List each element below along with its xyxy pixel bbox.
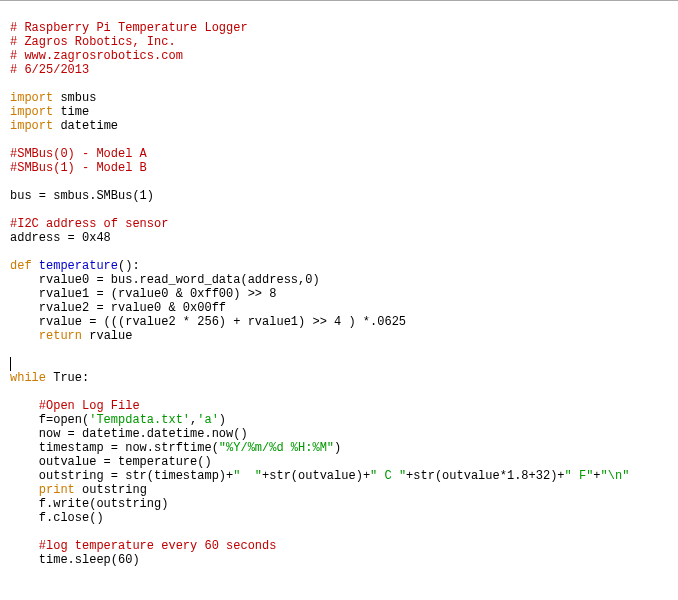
string-literal: "\n" bbox=[601, 469, 630, 483]
comment-line: #SMBus(1) - Model B bbox=[10, 161, 147, 175]
indent bbox=[10, 329, 39, 343]
code-line: rvalue1 = (rvalue0 & 0xff00) >> 8 bbox=[10, 287, 276, 301]
string-literal: " F" bbox=[565, 469, 594, 483]
text-cursor bbox=[10, 357, 11, 371]
cursor-line bbox=[10, 357, 11, 371]
module-name: smbus bbox=[60, 91, 96, 105]
comment-line: #SMBus(0) - Model A bbox=[10, 147, 147, 161]
code-text: ) bbox=[219, 413, 226, 427]
comment-line: # Zagros Robotics, Inc. bbox=[10, 35, 176, 49]
code-line: rvalue = (((rvalue2 * 256) + rvalue1) >>… bbox=[10, 315, 406, 329]
code-line: now = datetime.datetime.now() bbox=[10, 427, 248, 441]
code-editor[interactable]: # Raspberry Pi Temperature Logger # Zagr… bbox=[0, 0, 678, 600]
comment-line: #log temperature every 60 seconds bbox=[10, 539, 276, 553]
code-line: bus = smbus.SMBus(1) bbox=[10, 189, 154, 203]
keyword-def: def bbox=[10, 259, 32, 273]
code-line: time.sleep(60) bbox=[10, 553, 140, 567]
code-text: +str(outvalue)+ bbox=[262, 469, 370, 483]
module-name: datetime bbox=[60, 119, 118, 133]
comment-line: # www.zagrosrobotics.com bbox=[10, 49, 183, 63]
code-line: f.close() bbox=[10, 511, 104, 525]
code-line: outvalue = temperature() bbox=[10, 455, 212, 469]
keyword-return: return bbox=[39, 329, 82, 343]
string-literal: " C " bbox=[370, 469, 406, 483]
code-text: outstring = str(timestamp)+ bbox=[10, 469, 233, 483]
code-text: + bbox=[593, 469, 600, 483]
code-line: f.write(outstring) bbox=[10, 497, 168, 511]
comment-line: # 6/25/2013 bbox=[10, 63, 89, 77]
code-text: timestamp = now.strftime( bbox=[10, 441, 219, 455]
comment-line: #I2C address of sensor bbox=[10, 217, 168, 231]
code-text: (): bbox=[118, 259, 140, 273]
code-line: rvalue2 = rvalue0 & 0x00ff bbox=[10, 301, 226, 315]
keyword-import: import bbox=[10, 91, 53, 105]
string-literal: " " bbox=[233, 469, 262, 483]
string-literal: "%Y/%m/%d %H:%M" bbox=[219, 441, 334, 455]
code-text: f=open( bbox=[10, 413, 89, 427]
keyword-import: import bbox=[10, 105, 53, 119]
code-text: +str(outvalue*1.8+32)+ bbox=[406, 469, 564, 483]
keyword-print: print bbox=[39, 483, 75, 497]
comment-line: # Raspberry Pi Temperature Logger bbox=[10, 21, 248, 35]
keyword-import: import bbox=[10, 119, 53, 133]
code-text: rvalue bbox=[82, 329, 132, 343]
keyword-while: while bbox=[10, 371, 46, 385]
indent bbox=[10, 483, 39, 497]
code-line: address = 0x48 bbox=[10, 231, 111, 245]
code-line: rvalue0 = bus.read_word_data(address,0) bbox=[10, 273, 320, 287]
string-literal: 'a' bbox=[197, 413, 219, 427]
comment-line: #Open Log File bbox=[10, 399, 140, 413]
module-name: time bbox=[60, 105, 89, 119]
function-name: temperature bbox=[39, 259, 118, 273]
code-text: True: bbox=[46, 371, 89, 385]
string-literal: 'Tempdata.txt' bbox=[89, 413, 190, 427]
code-text: ) bbox=[334, 441, 341, 455]
code-text: outstring bbox=[75, 483, 147, 497]
